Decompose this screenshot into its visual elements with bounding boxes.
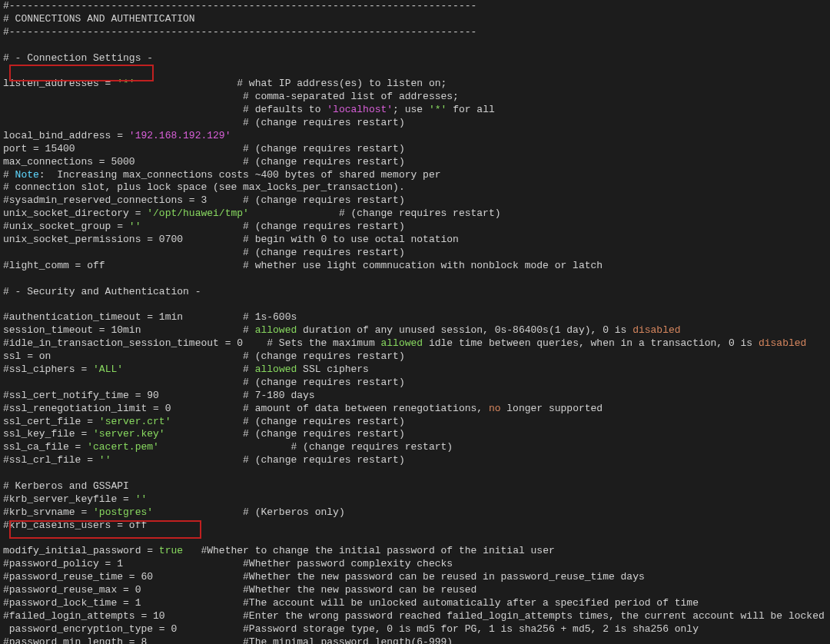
config-line [3, 273, 827, 286]
config-line [3, 467, 827, 480]
config-line: ssl_cert_file = 'server.crt' # (change r… [3, 416, 827, 429]
config-line: ssl = on # (change requires restart) [3, 350, 827, 363]
config-line: #password_reuse_time = 60 #Whether the n… [3, 571, 827, 584]
config-line: # Kerberos and GSSAPI [3, 480, 827, 493]
config-line: ssl_ca_file = 'cacert.pem' # (change req… [3, 441, 827, 454]
config-line: #authentication_timeout = 1min # 1s-600s [3, 311, 827, 324]
config-line: #password_reuse_max = 0 #Whether the new… [3, 584, 827, 597]
config-line: # - Connection Settings - [3, 52, 827, 65]
config-line: # (change requires restart) [3, 117, 827, 130]
config-line: # CONNECTIONS AND AUTHENTICATION [3, 13, 827, 26]
config-line: local_bind_address = '192.168.192.129' [3, 130, 827, 143]
config-line: unix_socket_directory = '/opt/huawei/tmp… [3, 207, 827, 221]
config-line: #ssl_renegotiation_limit = 0 # amount of… [3, 403, 827, 416]
config-line: #failed_login_attempts = 10 #Enter the w… [3, 610, 827, 623]
config-line: unix_socket_permissions = 0700 # begin w… [3, 234, 827, 247]
config-line: #ssl_crl_file = '' # (change requires re… [3, 454, 827, 467]
config-line: #krb_server_keyfile = '' [3, 493, 827, 506]
config-line: # - Security and Authentication - [3, 286, 827, 299]
config-line [3, 298, 827, 311]
config-line: #---------------------------------------… [3, 26, 827, 39]
config-line: password_encryption_type = 0 #Password s… [3, 623, 827, 636]
config-line: # (change requires restart) [3, 377, 827, 390]
config-line: #password_min_length = 8 #The minimal pa… [3, 636, 827, 644]
config-line: max_connections = 5000 # (change require… [3, 156, 827, 169]
config-line: #krb_srvname = 'postgres' # (Kerberos on… [3, 506, 827, 520]
config-line: # connection slot, plus lock space (see … [3, 181, 827, 194]
config-line [3, 65, 827, 78]
config-line: ssl_key_file = 'server.key' # (change re… [3, 428, 827, 441]
config-line: listen_addresses = '*' # what IP address… [3, 78, 827, 91]
config-line: port = 15400 # (change requires restart) [3, 143, 827, 156]
config-line: #idle_in_transaction_session_timeout = 0… [3, 337, 827, 350]
config-line: # Note: Increasing max_connections costs… [3, 169, 827, 182]
config-line: # comma-separated list of addresses; [3, 91, 827, 104]
config-line: #ssl_cert_notify_time = 90 # 7-180 days [3, 390, 827, 403]
config-line: # (change requires restart) [3, 247, 827, 260]
config-line: #password_policy = 1 #Whether password c… [3, 558, 827, 571]
config-line: #password_lock_time = 1 #The account wil… [3, 597, 827, 610]
config-line: #ssl_ciphers = 'ALL' # allowed SSL ciphe… [3, 363, 827, 377]
config-line [3, 39, 827, 52]
config-line: #light_comm = off # whether use light co… [3, 260, 827, 273]
config-file-viewer: #---------------------------------------… [0, 0, 830, 644]
config-line: # defaults to 'localhost'; use '*' for a… [3, 104, 827, 117]
config-line: #unix_socket_group = '' # (change requir… [3, 221, 827, 234]
config-line: session_timeout = 10min # allowed durati… [3, 324, 827, 337]
config-line: modify_initial_password = true #Whether … [3, 545, 827, 558]
config-line: #sysadmin_reserved_connections = 3 # (ch… [3, 194, 827, 207]
config-line: #---------------------------------------… [3, 0, 827, 13]
config-line: #krb_caseins_users = off [3, 520, 827, 533]
config-line [3, 533, 827, 546]
